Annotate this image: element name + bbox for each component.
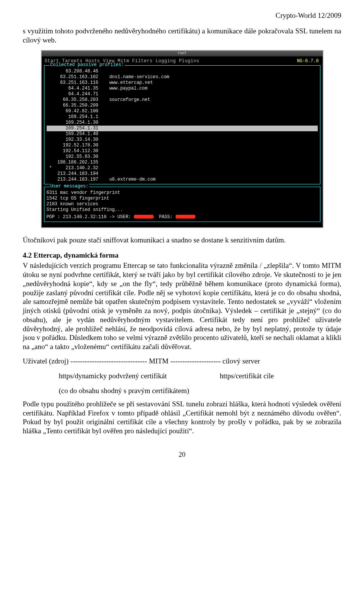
header-issue: Crypto-World 12/2009: [23, 11, 341, 20]
diagram-left-label: https/dynamicky podvržený certifikát: [59, 372, 167, 380]
profile-row: 64.4.241.35 www.paypal.com: [47, 86, 318, 91]
document-page: Crypto-World 12/2009 s využitím tohoto p…: [0, 0, 364, 474]
message-row: 2183 known services: [47, 201, 318, 207]
profile-row: 192.55.83.30: [47, 154, 318, 160]
profile-row: 64.4.244.71: [47, 91, 318, 97]
redacted-user: [134, 215, 154, 219]
profile-row: 198.186.202.135: [47, 160, 318, 165]
profile-row: 192.52.178.30: [47, 143, 318, 148]
profile-row: 213.244.183.194: [47, 171, 318, 177]
profile-row: 192.33.14.30: [47, 137, 318, 143]
ettercap-screenshot: root Start Targets Hosts View Mitm Filte…: [41, 50, 323, 228]
message-row: 6311 mac vendor fingerprint: [47, 190, 318, 196]
diagram-line-1: Uživatel (zdroj) -----------------------…: [23, 357, 341, 366]
section-heading: 4.2 Ettercap, dynamická forma: [23, 251, 341, 260]
window-titlebar: root: [42, 51, 323, 57]
version-label: NG-0.7.0: [297, 58, 319, 64]
profile-row: 169.254.1.30: [47, 120, 318, 126]
profiles-frame: Collected passive profiles: 63.208.48.46…: [44, 65, 320, 184]
message-row: Starting Unified sniffing...: [47, 207, 318, 213]
diagram-note: (co do obsahu shodný s pravým certifikát…: [59, 386, 341, 396]
closing-paragraph: Podle typu použitého prohlížeče se při s…: [23, 400, 341, 436]
messages-list: 6311 mac vendor fingerprint1542 tcp OS f…: [47, 187, 318, 220]
diagram-row-labels: https/dynamicky podvržený certifikát htt…: [59, 371, 341, 381]
profile-row: 63.251.163.102 dns1.name-services.com: [47, 74, 318, 80]
terminal-body: Start Targets Hosts View Mitm Filters Lo…: [42, 57, 323, 227]
section-body: V následujících verzích programu Etterca…: [23, 261, 341, 351]
diagram-right-label: https/certifikát cíle: [220, 372, 274, 380]
profile-row: 169.254.1.31: [47, 126, 318, 131]
titlebar-text: root: [177, 51, 187, 55]
profile-row: 192.54.112.30: [47, 148, 318, 154]
profile-row: 169.254.1.1: [47, 114, 318, 120]
after-screenshot-paragraph: Útočníkovi pak pouze stačí sniffovat kom…: [23, 236, 341, 245]
profile-row: 69.42.82.100: [47, 109, 318, 114]
diagram-indent: https/dynamicky podvržený certifikát htt…: [59, 371, 341, 396]
pop-credentials-row: POP : 213.140.2.32:110 -> USER: PASS:: [47, 214, 318, 220]
messages-frame: User messages: 6311 mac vendor fingerpri…: [44, 187, 320, 222]
redacted-pass: [176, 215, 195, 219]
message-row: 1542 tcp OS fingerprint: [47, 196, 318, 201]
profile-row: 63.251.163.116 www.ettercap.net: [47, 80, 318, 86]
profile-row: 169.254.1.40: [47, 131, 318, 137]
intro-paragraph: s využitím tohoto podvrženého nedůvěryho…: [23, 27, 341, 45]
profile-row: 66.35.250.209: [47, 103, 318, 109]
profiles-list: 63.208.48.46 63.251.163.102 dns1.name-se…: [47, 66, 318, 182]
profile-row: * 213.140.2.32: [47, 165, 318, 171]
profile-row: 63.208.48.46: [47, 69, 318, 74]
profile-row: 66.35.250.203 sourceforge.net: [47, 97, 318, 103]
page-number: 20: [23, 451, 341, 459]
profile-row: 213.244.183.197 u0.extreme-dm.com: [47, 177, 318, 182]
